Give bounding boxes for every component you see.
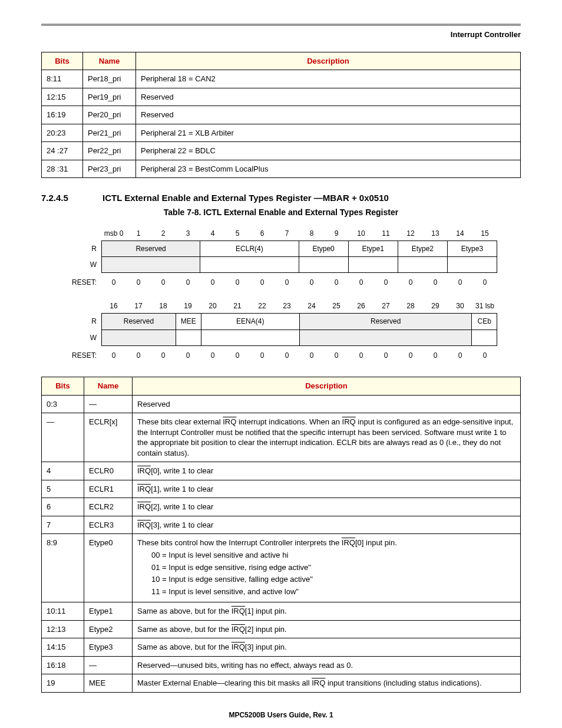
table-row: 7ECLR3IRQ[3], write 1 to clear xyxy=(42,516,521,534)
table-row: 24 :27Per22_priPeripheral 22 = BDLC xyxy=(42,142,521,160)
section-heading: 7.2.4.5 ICTL External Enable and Externa… xyxy=(41,192,521,204)
table-row: 5ECLR1IRQ[1], write 1 to clear xyxy=(42,480,521,498)
reset-label: RESET: xyxy=(65,278,101,287)
table-row: 16:18—Reserved—unused bits, writing has … xyxy=(42,656,521,674)
col-name: Name xyxy=(84,377,133,396)
section-title: ICTL External Enable and External Types … xyxy=(103,192,389,204)
table-row: 8:11Per18_priPeripheral 18 = CAN2 xyxy=(42,70,521,88)
footer-title: MPC5200B Users Guide, Rev. 1 xyxy=(41,710,521,720)
table-caption: Table 7-8. ICTL External Enable and Exte… xyxy=(41,207,521,218)
bitfield-high: msb 0123456789101112131415 RReservedECLR… xyxy=(65,226,497,290)
reset-label: RESET: xyxy=(65,351,101,360)
table-row: —ECLR[x]These bits clear external IRQ in… xyxy=(42,413,521,462)
table-row: 0:3—Reserved xyxy=(42,395,521,413)
field-desc-table: Bits Name Description 0:3—Reserved—ECLR[… xyxy=(41,377,521,693)
table-row: 12:15Per19_priReserved xyxy=(42,88,521,106)
row-w: W xyxy=(65,333,101,342)
bitfield-low: 16171819202122232425262728293031 lsb RRe… xyxy=(65,299,497,363)
table-row: 20:23Per21_priPeripheral 21 = XLB Arbite… xyxy=(42,124,521,142)
peripheral-table: Bits Name Description 8:11Per18_priPerip… xyxy=(41,52,521,179)
table-row: 19MEEMaster External Enable—clearing thi… xyxy=(42,674,521,693)
row-w: W xyxy=(65,260,101,269)
table-row: 10:11Etype1Same as above, but for the IR… xyxy=(42,602,521,621)
table-row: 8:9Etype0These bits control how the Inte… xyxy=(42,534,521,602)
row-r: R xyxy=(65,317,101,326)
col-desc: Description xyxy=(133,377,521,396)
section-number: 7.2.4.5 xyxy=(41,192,88,204)
row-r: R xyxy=(65,244,101,253)
col-name: Name xyxy=(83,52,136,70)
col-desc: Description xyxy=(136,52,521,70)
col-bits: Bits xyxy=(42,377,84,396)
table-row: 6ECLR2IRQ[2], write 1 to clear xyxy=(42,498,521,516)
col-bits: Bits xyxy=(42,52,83,70)
section-header: Interrupt Controller xyxy=(41,29,521,40)
table-row: 14:15Etype3Same as above, but for the IR… xyxy=(42,638,521,657)
table-row: 4ECLR0IRQ[0], write 1 to clear xyxy=(42,462,521,480)
table-row: 16:19Per20_priReserved xyxy=(42,106,521,124)
table-row: 28 :31Per23_priPeripheral 23 = BestComm … xyxy=(42,160,521,178)
table-row: 12:13Etype2Same as above, but for the IR… xyxy=(42,620,521,638)
top-rule xyxy=(41,24,521,26)
